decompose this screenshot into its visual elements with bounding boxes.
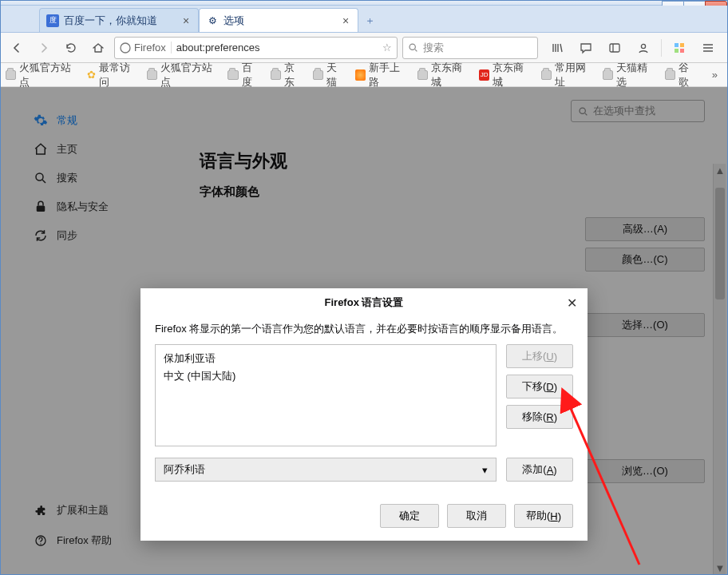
folder-icon <box>417 70 428 80</box>
star-icon: ✿ <box>87 69 96 81</box>
language-settings-dialog: Firefox 语言设置 ✕ Firefox 将显示的第一个语言作为您的默认语言… <box>140 288 588 541</box>
bookmark-item[interactable]: 新手上路 <box>355 61 408 89</box>
identity-box[interactable]: Firefox <box>120 42 172 54</box>
gear-icon: ⚙ <box>206 14 219 27</box>
svg-point-0 <box>121 43 130 53</box>
back-button[interactable] <box>6 37 28 59</box>
bookmark-item[interactable]: 天猫 <box>313 61 346 89</box>
language-item[interactable]: 保加利亚语 <box>164 350 488 367</box>
search-placeholder: 搜索 <box>423 41 444 55</box>
folder-icon <box>665 70 675 80</box>
bookmark-item[interactable]: 火狐官方站点 <box>6 61 77 89</box>
bookmarks-overflow-icon[interactable]: » <box>707 69 722 81</box>
language-list[interactable]: 保加利亚语中文 (中国大陆) <box>155 344 497 446</box>
modal-overlay: Firefox 语言设置 ✕ Firefox 将显示的第一个语言作为您的默认语言… <box>1 87 727 574</box>
bookmark-item[interactable]: 天猫精选 <box>603 61 655 89</box>
language-item[interactable]: 中文 (中国大陆) <box>164 367 488 385</box>
account-icon[interactable] <box>632 37 655 59</box>
cancel-button[interactable]: 取消 <box>447 504 506 528</box>
firefox-icon <box>120 42 131 54</box>
tab-close-icon[interactable]: × <box>340 15 351 26</box>
move-up-button[interactable]: 上移(U) <box>506 344 573 368</box>
new-tab-button[interactable]: ＋ <box>358 10 381 32</box>
url-bar[interactable]: Firefox about:preferences ☆ <box>114 37 398 59</box>
tab-strip: 度 百度一下，你就知道 × ⚙ 选项 × ＋ <box>1 6 727 33</box>
svg-point-1 <box>410 44 415 50</box>
dialog-description: Firefox 将显示的第一个语言作为您的默认语言，并在必要时按语言的顺序显示备… <box>155 322 573 336</box>
folder-icon <box>541 70 552 80</box>
menu-icon[interactable] <box>697 37 719 59</box>
bookmark-item[interactable]: 京东 <box>271 61 303 89</box>
svg-rect-5 <box>680 43 684 47</box>
preferences-content: 常规主页搜索隐私与安全同步 在选项中查找 语言与外观 字体和颜色 高级…(A) … <box>1 87 727 574</box>
baidu-favicon: 度 <box>46 14 59 27</box>
language-select[interactable]: 阿乔利语 ▾ <box>155 458 497 482</box>
tab-title: 百度一下，你就知道 <box>64 14 176 28</box>
move-down-button[interactable]: 下移(D) <box>506 375 573 399</box>
chat-icon[interactable] <box>575 37 597 59</box>
remove-button[interactable]: 移除(R) <box>506 405 573 429</box>
tab-baidu[interactable]: 度 百度一下，你就知道 × <box>39 8 199 32</box>
bookmark-item[interactable]: 谷歌 <box>665 61 698 89</box>
folder-icon <box>147 70 157 80</box>
chevron-down-icon: ▾ <box>482 464 488 476</box>
jd-icon: JD <box>479 69 489 81</box>
bookmark-item[interactable]: 百度 <box>228 61 260 89</box>
svg-point-3 <box>641 44 645 48</box>
sidebar-toggle-icon[interactable] <box>603 37 626 59</box>
library-icon[interactable] <box>546 37 568 59</box>
forward-button[interactable] <box>33 37 55 59</box>
reload-button[interactable] <box>60 37 82 59</box>
nav-toolbar: Firefox about:preferences ☆ 搜索 <box>1 33 727 63</box>
svg-rect-7 <box>680 49 684 53</box>
help-button[interactable]: 帮助(H) <box>514 504 573 528</box>
folder-icon <box>271 70 281 80</box>
folder-icon <box>603 70 613 80</box>
svg-rect-6 <box>675 49 679 53</box>
extension-icon[interactable] <box>668 37 690 59</box>
tab-close-icon[interactable]: × <box>180 15 192 26</box>
identity-label: Firefox <box>134 42 166 54</box>
separator <box>661 39 662 57</box>
bookmark-item[interactable]: ✿最常访问 <box>87 61 137 89</box>
url-text: about:preferences <box>176 42 378 54</box>
dialog-close-button[interactable]: ✕ <box>564 295 580 311</box>
bookmark-item[interactable]: 京东商城 <box>417 61 470 89</box>
bookmark-star-icon[interactable]: ☆ <box>382 42 392 54</box>
svg-rect-4 <box>675 43 679 47</box>
folder-icon <box>228 70 238 80</box>
dialog-title: Firefox 语言设置 <box>140 288 588 317</box>
folder-icon <box>313 70 323 80</box>
tab-title: 选项 <box>224 14 335 28</box>
bookmark-item[interactable]: 火狐官方站点 <box>147 61 219 89</box>
tab-options[interactable]: ⚙ 选项 × <box>199 8 358 32</box>
bookmark-item[interactable]: 常用网址 <box>541 61 594 89</box>
svg-rect-2 <box>610 44 619 52</box>
search-icon <box>408 42 418 53</box>
language-select-value: 阿乔利语 <box>164 462 205 477</box>
search-bar[interactable]: 搜索 <box>402 37 538 59</box>
add-button[interactable]: 添加(A) <box>506 458 573 482</box>
ok-button[interactable]: 确定 <box>380 504 439 528</box>
folder-icon <box>6 70 16 80</box>
home-button[interactable] <box>87 37 109 59</box>
ff-icon <box>355 69 366 81</box>
bookmarks-toolbar: 火狐官方站点✿最常访问火狐官方站点百度京东天猫新手上路京东商城JD京东商城常用网… <box>1 63 727 87</box>
bookmark-item[interactable]: JD京东商城 <box>479 61 532 89</box>
